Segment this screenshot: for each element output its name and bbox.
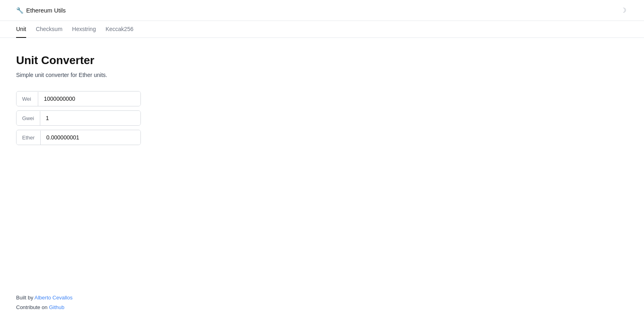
tab-keccak256[interactable]: Keccak256 [105, 21, 133, 38]
wei-input[interactable] [38, 91, 140, 106]
navbar-brand-area: 🔧 Ethereum Utils [16, 7, 66, 14]
gwei-field-row: Gwei [16, 110, 141, 126]
tabs-bar: Unit Checksum Hexstring Keccak256 [0, 21, 644, 38]
ether-label: Ether [17, 131, 41, 145]
app-title: Ethereum Utils [26, 7, 66, 14]
tab-hexstring[interactable]: Hexstring [72, 21, 96, 38]
app-brand-link[interactable]: 🔧 Ethereum Utils [16, 7, 66, 14]
navbar-right: ☽ [619, 5, 628, 16]
ether-input[interactable] [41, 130, 140, 145]
page-description: Simple unit converter for Ether units. [16, 72, 290, 78]
dark-mode-button[interactable]: ☽ [619, 5, 628, 16]
tab-checksum[interactable]: Checksum [36, 21, 62, 38]
main-content: Unit Converter Simple unit converter for… [0, 38, 306, 161]
converter-fields: Wei Gwei Ether [16, 91, 290, 145]
gwei-input[interactable] [40, 111, 140, 125]
navbar: 🔧 Ethereum Utils ☽ [0, 0, 644, 21]
wrench-icon: 🔧 [16, 7, 24, 14]
ether-field-row: Ether [16, 130, 141, 145]
wei-field-row: Wei [16, 91, 141, 106]
gwei-label: Gwei [17, 111, 40, 125]
wei-label: Wei [17, 92, 38, 106]
page-title: Unit Converter [16, 54, 290, 67]
tab-unit[interactable]: Unit [16, 21, 26, 38]
